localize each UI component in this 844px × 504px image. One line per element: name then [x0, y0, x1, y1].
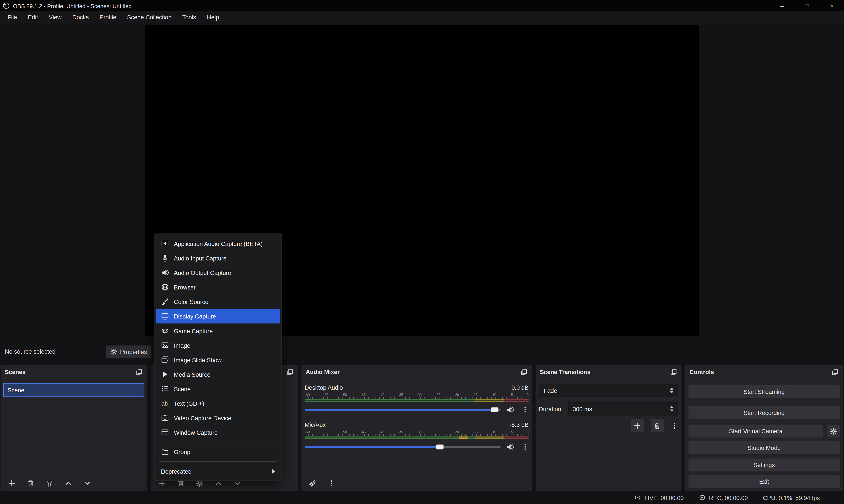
duration-spinbox[interactable]: 300 ms	[568, 402, 678, 415]
spinbox-arrows-icon[interactable]	[670, 406, 674, 412]
mixer-channel-mic-aux: Mic/Aux -8.3 dB -60-55-50-45-40-35-30-25…	[305, 420, 529, 451]
menu-edit[interactable]: Edit	[22, 11, 43, 23]
menu-item-window-capture[interactable]: Window Capture	[156, 425, 280, 439]
speaker-icon[interactable]	[506, 443, 514, 451]
menu-tools[interactable]: Tools	[177, 11, 202, 23]
source-status-text: No source selected	[5, 344, 56, 359]
meter-scale-label: -15	[472, 430, 478, 434]
menu-item-scene[interactable]: Scene	[156, 382, 280, 396]
controls-dock-header: Controls	[685, 365, 843, 379]
maximize-button[interactable]: □	[794, 0, 820, 11]
volume-meter	[305, 436, 529, 439]
rec-time: REC: 00:00:00	[709, 494, 748, 501]
menu-item-image-slide-show[interactable]: Image Slide Show	[156, 353, 280, 367]
properties-button[interactable]: Properties	[106, 345, 151, 358]
add-scene-button[interactable]	[8, 479, 16, 487]
menu-item-text-gdi[interactable]: ab Text (GDI+)	[156, 396, 280, 411]
color-source-icon	[161, 298, 169, 306]
meter-scale-label: -40	[379, 430, 384, 434]
menu-item-audio-output-capture[interactable]: Audio Output Capture	[156, 265, 280, 280]
application-audio-capture-icon	[161, 239, 169, 248]
meter-scale-label: -55	[323, 393, 328, 397]
meter-scale-label: -50	[342, 430, 347, 434]
add-transition-button[interactable]	[631, 419, 644, 432]
scenes-dock-header: Scenes	[0, 365, 147, 379]
meter-scale-label: -55	[323, 430, 328, 434]
virtual-camera-settings-button[interactable]	[827, 425, 840, 438]
menu-help[interactable]: Help	[202, 11, 225, 23]
audio-output-capture-icon	[161, 269, 169, 277]
popout-icon[interactable]	[832, 368, 839, 375]
transition-menu-icon[interactable]	[671, 422, 678, 430]
meter-scale-label: -5	[510, 393, 513, 397]
window-controls: – □ ×	[770, 0, 844, 11]
transition-select[interactable]: Fade	[539, 384, 678, 397]
menu-profile[interactable]: Profile	[94, 11, 122, 23]
start-virtual-camera-button[interactable]: Start Virtual Camera	[688, 425, 823, 438]
scene-icon	[161, 385, 169, 393]
menu-docks[interactable]: Docks	[67, 11, 94, 23]
gear-icon	[110, 348, 118, 355]
start-streaming-button[interactable]: Start Streaming	[688, 385, 840, 398]
menu-view[interactable]: View	[43, 11, 67, 23]
remove-scene-button[interactable]	[27, 479, 34, 487]
cpu-fps-stats: CPU: 0.1%, 59.94 fps	[763, 494, 820, 501]
close-button[interactable]: ×	[819, 0, 844, 11]
meter-scale-label: -20	[454, 393, 459, 397]
audio-input-capture-icon	[161, 254, 169, 262]
remove-transition-button[interactable]	[651, 419, 664, 432]
exit-button[interactable]: Exit	[688, 475, 840, 488]
image-icon	[161, 341, 169, 349]
advanced-audio-properties-icon[interactable]	[309, 479, 316, 487]
studio-mode-button[interactable]: Studio Mode	[688, 442, 840, 454]
slider-handle[interactable]	[491, 407, 498, 412]
menu-item-audio-input-capture[interactable]: Audio Input Capture	[156, 251, 280, 265]
volume-slider[interactable]	[305, 443, 501, 451]
menu-item-browser[interactable]: Browser	[156, 280, 280, 294]
meter-scale-label: -50	[342, 393, 347, 397]
channel-menu-icon[interactable]	[521, 406, 528, 413]
settings-button[interactable]: Settings	[688, 458, 840, 471]
menu-item-group[interactable]: Group	[156, 445, 280, 459]
menu-file[interactable]: File	[2, 11, 22, 23]
image-slide-show-icon	[161, 356, 169, 364]
mixer-menu-icon[interactable]	[328, 479, 335, 487]
menu-item-display-capture[interactable]: Display Capture	[156, 309, 280, 323]
menu-item-media-source[interactable]: Media Source	[156, 367, 280, 382]
meter-scale-label: -10	[491, 430, 496, 434]
audio-mixer-dock-title: Audio Mixer	[306, 368, 340, 375]
move-scene-down-button[interactable]	[84, 479, 91, 487]
slider-handle[interactable]	[436, 445, 444, 449]
start-recording-button[interactable]: Start Recording	[688, 407, 840, 419]
menu-item-game-capture[interactable]: Game Capture	[156, 323, 280, 338]
meter-peak-indicator	[459, 436, 468, 439]
rec-status-icon	[699, 494, 706, 501]
popout-icon[interactable]	[136, 368, 143, 375]
volume-slider[interactable]	[305, 405, 501, 414]
meter-ticks	[305, 397, 529, 399]
menu-item-video-capture-device[interactable]: Video Capture Device	[156, 411, 280, 425]
display-capture-icon	[161, 312, 169, 320]
audio-mixer-dock-header: Audio Mixer	[301, 365, 532, 379]
channel-menu-icon[interactable]	[521, 443, 528, 450]
menu-item-deprecated[interactable]: Deprecated	[156, 464, 280, 479]
menu-scene-collection[interactable]: Scene Collection	[122, 11, 177, 23]
popout-icon[interactable]	[521, 368, 528, 375]
meter-ticks	[305, 434, 529, 436]
popout-icon[interactable]	[670, 368, 677, 375]
live-time: LIVE: 00:00:00	[644, 494, 683, 501]
browser-icon	[161, 283, 169, 291]
menu-item-color-source[interactable]: Color Source	[156, 294, 280, 309]
scene-list-item[interactable]: Scene	[3, 383, 144, 397]
minimize-button[interactable]: –	[770, 0, 794, 11]
channel-name: Desktop Audio	[305, 384, 343, 391]
mixer-toolbar	[301, 474, 532, 491]
speaker-icon[interactable]	[506, 406, 514, 414]
scene-filters-button[interactable]	[46, 479, 53, 487]
move-scene-up-button[interactable]	[65, 479, 72, 487]
menu-item-image[interactable]: Image	[156, 338, 280, 353]
popout-icon[interactable]	[286, 368, 293, 375]
meter-scale: -60-55-50-45-40-35-30-25-20-15-10-50	[305, 393, 529, 397]
channel-name: Mic/Aux	[305, 421, 326, 428]
menu-item-application-audio-capture[interactable]: Application Audio Capture (BETA)	[156, 236, 280, 251]
